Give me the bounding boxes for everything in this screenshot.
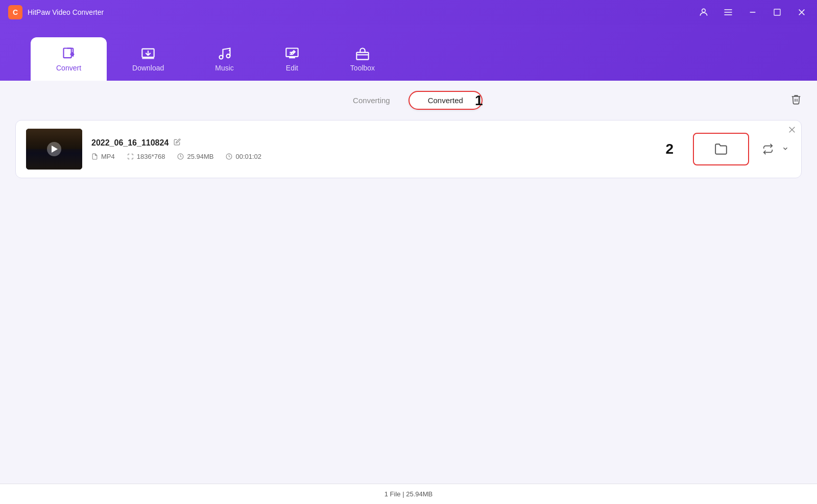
toolbox-tab-label: Toolbox [350, 64, 375, 72]
play-triangle-icon [52, 146, 58, 153]
file-name: 2022_06_16_110824 [91, 138, 169, 148]
duration-icon [226, 153, 232, 160]
toolbox-icon [355, 46, 370, 61]
converted-count-badge: 1 [475, 92, 500, 109]
menu-button[interactable] [721, 5, 735, 19]
file-thumbnail[interactable] [26, 129, 82, 170]
main-content: Converting Converted 1 [0, 81, 817, 484]
title-bar: C HitPaw Video Converter [0, 0, 817, 25]
convert-again-group [758, 139, 791, 159]
maximize-button[interactable] [770, 5, 784, 19]
status-text: 1 File | 25.94MB [385, 490, 432, 498]
music-tab-label: Music [215, 64, 234, 72]
meta-size: 25.94MB [177, 153, 213, 160]
title-bar-controls [696, 5, 809, 19]
app-logo: C [8, 5, 22, 19]
minimize-button[interactable] [746, 5, 760, 19]
play-button[interactable] [47, 142, 61, 156]
account-button[interactable] [696, 5, 711, 19]
close-icon [788, 126, 796, 134]
clear-all-button[interactable] [790, 93, 802, 107]
format-icon [91, 153, 98, 160]
file-info: 2022_06_16_110824 MP4 [91, 138, 656, 160]
size-icon [177, 153, 184, 160]
file-meta: MP4 1836*768 25.94MB [91, 153, 656, 160]
svg-point-0 [702, 9, 706, 12]
svg-point-16 [226, 54, 230, 58]
title-bar-left: C HitPaw Video Converter [8, 5, 104, 19]
app-title: HitPaw Video Converter [28, 8, 104, 16]
resolution-icon [127, 153, 134, 160]
music-icon [218, 46, 232, 61]
nav-tab-edit[interactable]: Edit [259, 37, 325, 81]
svg-point-15 [219, 55, 223, 59]
remove-file-button[interactable] [788, 126, 796, 136]
edit-name-icon[interactable] [174, 138, 181, 147]
action-number-badge: 2 [665, 141, 674, 157]
convert-icon [62, 46, 76, 61]
svg-rect-18 [356, 52, 368, 59]
open-folder-button[interactable] [693, 133, 749, 165]
convert-again-button[interactable] [758, 139, 778, 159]
file-card: 2022_06_16_110824 MP4 [15, 120, 802, 178]
status-bar: 1 File | 25.94MB [0, 484, 817, 504]
converted-tab[interactable]: Converted [408, 91, 483, 110]
converting-tab[interactable]: Converting [334, 92, 408, 109]
nav-tab-toolbox[interactable]: Toolbox [325, 37, 400, 81]
meta-resolution: 1836*768 [127, 153, 165, 160]
download-icon [141, 46, 155, 61]
nav-tab-download[interactable]: Download [107, 37, 189, 81]
nav-tab-music[interactable]: Music [189, 37, 259, 81]
convert-again-icon [762, 143, 774, 155]
nav-tab-convert[interactable]: Convert [31, 37, 107, 81]
download-tab-label: Download [132, 64, 164, 72]
chevron-down-icon [782, 145, 789, 152]
folder-icon [714, 142, 728, 156]
edit-tab-label: Edit [286, 64, 298, 72]
nav-bar: Convert Download Music [0, 25, 817, 81]
close-button[interactable] [795, 5, 809, 19]
svg-rect-5 [774, 9, 780, 15]
file-name-row: 2022_06_16_110824 [91, 138, 656, 148]
sub-tabs-bar: Converting Converted 1 [15, 91, 802, 110]
convert-tab-label: Convert [56, 64, 81, 72]
edit-icon [285, 46, 299, 61]
svg-rect-8 [63, 48, 71, 58]
meta-duration: 00:01:02 [226, 153, 261, 160]
more-actions-button[interactable] [780, 143, 791, 156]
meta-format: MP4 [91, 153, 115, 160]
